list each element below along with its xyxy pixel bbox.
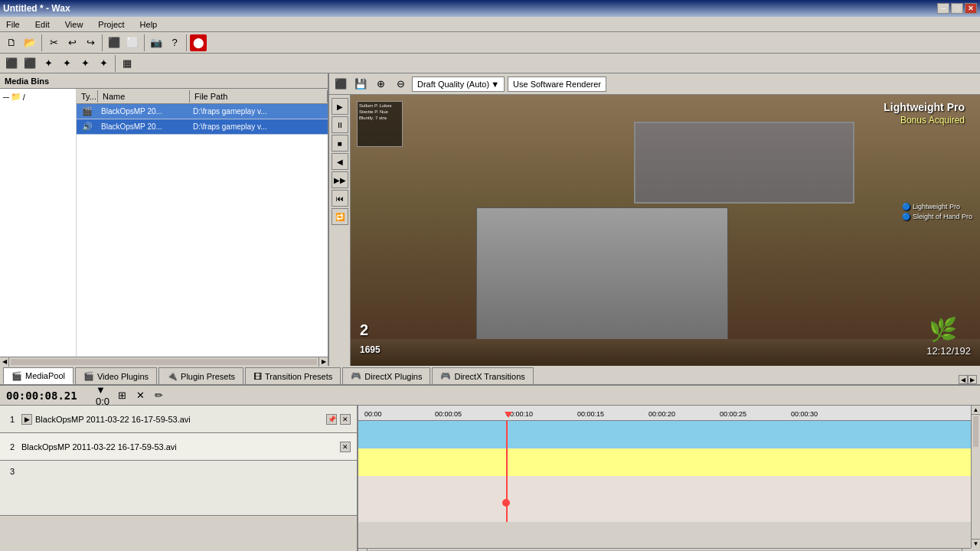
sep2 — [102, 34, 103, 51]
menu-help[interactable]: Help — [137, 18, 161, 31]
tb2-btn7[interactable]: ▦ — [119, 55, 136, 72]
fast-forward-btn[interactable]: ▶▶ — [332, 171, 348, 188]
tab-scroll-right[interactable]: ▶ — [968, 375, 977, 384]
timeline-scroll-right[interactable]: ▶ — [962, 549, 971, 552]
tl-zoom-in[interactable]: ⊞ — [113, 387, 130, 404]
open-button[interactable]: 📂 — [21, 34, 38, 51]
titlebar: Untitled * - Wax ─ □ ✕ — [0, 0, 980, 17]
rewind-btn[interactable]: ◀ — [332, 153, 348, 170]
sep1 — [41, 34, 42, 51]
export-button[interactable]: ⬜ — [124, 34, 141, 51]
track-2-close[interactable]: ✕ — [340, 442, 351, 452]
tab-video-plugins[interactable]: 🎬 Video Plugins — [75, 367, 157, 384]
tree-panel: ─ 📁 / — [0, 89, 77, 357]
cut-button[interactable]: ✂ — [45, 34, 62, 51]
tb2-btn1[interactable]: ⬛ — [3, 55, 20, 72]
preview-tb-btn1[interactable]: ⬛ — [332, 76, 349, 93]
track-1-pin[interactable]: 📌 — [326, 414, 337, 425]
tl-close[interactable]: ✕ — [132, 387, 149, 404]
menu-project[interactable]: Project — [95, 18, 127, 31]
scrollbar-track[interactable] — [11, 359, 317, 365]
minimap-info: Sullum P. LukesStectte P. NueBluntly. 7 … — [358, 102, 402, 122]
file-row-2[interactable]: 🔊 BlackOpsMP 20... D:\fraps gameplay v..… — [77, 119, 328, 135]
track-row-2: 2 BlackOpsMP 2011-03-22 16-17-59-53.avi … — [0, 433, 357, 461]
undo-button[interactable]: ↩ — [64, 34, 80, 51]
redo-button[interactable]: ↪ — [82, 34, 99, 51]
tree-root[interactable]: ─ 📁 / — [3, 92, 73, 102]
maximize-button[interactable]: □ — [951, 3, 963, 14]
record-button[interactable]: ⬤ — [190, 34, 207, 51]
tab-mediapool[interactable]: 🎬 MediaPool — [3, 367, 74, 384]
media-bins-header: Media Bins — [0, 73, 328, 89]
game-window — [634, 122, 854, 203]
timeline-area: 00:00:08.21 ▼ 0:0 ⊞ ✕ ✏ 1 ▶ BlackOpsMP 2… — [0, 386, 980, 551]
playhead-line — [506, 421, 508, 448]
loop-btn[interactable]: 🔁 — [332, 208, 348, 225]
quality-dropdown[interactable]: Draft Quality (Auto) ▼ — [412, 77, 505, 92]
tab-transpresets-label: Transition Presets — [265, 372, 332, 381]
tab-dxtrans-label: DirectX Transitions — [454, 372, 524, 381]
tb2-btn2[interactable]: ⬛ — [21, 55, 38, 72]
stop-btn[interactable]: ■ — [332, 135, 348, 152]
file-row-1[interactable]: 🎬 BlackOpsMP 20... D:\fraps gameplay v..… — [77, 104, 328, 119]
tl-dropdown-btn[interactable]: ▼ 0:0 — [95, 387, 112, 404]
time-20: 00:00:20 — [648, 409, 675, 418]
tb2-btn5[interactable]: ✦ — [77, 55, 93, 72]
time-25: 00:00:25 — [720, 409, 746, 418]
track-1-close[interactable]: ✕ — [340, 414, 351, 425]
tab-scroll-left[interactable]: ◀ — [959, 375, 968, 384]
menu-file[interactable]: File — [3, 18, 23, 31]
timeline-vscroll-track[interactable] — [973, 416, 978, 447]
pause-btn[interactable]: ⏸ — [332, 116, 348, 133]
timeline-scroll-down[interactable]: ▼ — [972, 539, 980, 548]
scroll-left-btn[interactable]: ◀ — [0, 357, 9, 367]
renderer-dropdown[interactable]: Use Software Renderer — [508, 77, 606, 92]
folder-icon: 📁 — [11, 92, 21, 102]
play-btn[interactable]: ▶ — [332, 98, 348, 115]
timeline-scroll-left[interactable]: ◀ — [358, 549, 368, 552]
capture-button[interactable]: 📷 — [148, 34, 165, 51]
track-row-1: 1 ▶ BlackOpsMP 2011-03-22 16-17-59-53.av… — [0, 406, 357, 433]
help-button[interactable]: ? — [166, 34, 183, 51]
preview-toolbar: ⬛ 💾 ⊕ ⊖ Draft Quality (Auto) ▼ Use Softw… — [329, 73, 980, 95]
game-floor — [351, 339, 980, 366]
preview-add-btn[interactable]: ⊕ — [372, 76, 389, 93]
tb2-btn4[interactable]: ✦ — [58, 55, 75, 72]
skip-start-btn[interactable]: ⏮ — [332, 190, 348, 207]
new-button[interactable]: 🗋 — [3, 34, 20, 51]
file-type-icon-2: 🔊 — [77, 122, 98, 132]
preview-tb-btn2[interactable]: 💾 — [352, 76, 369, 93]
track-1-expand[interactable]: ▶ — [21, 414, 32, 425]
file-type-icon-1: 🎬 — [77, 106, 98, 116]
tree-root-label[interactable]: / — [23, 93, 25, 102]
tb2-btn6[interactable]: ✦ — [95, 55, 112, 72]
tb2-btn3[interactable]: ✦ — [40, 55, 57, 72]
playhead-audio-line — [506, 448, 508, 476]
menu-view[interactable]: View — [62, 18, 87, 31]
close-button[interactable]: ✕ — [965, 3, 977, 14]
tab-plugin-presets[interactable]: 🔌 Plugin Presets — [158, 367, 243, 384]
main-content: Media Bins ─ 📁 / Ty... Name File Path 🎬 … — [0, 73, 980, 366]
main-toolbar: 🗋 📂 ✂ ↩ ↪ ⬛ ⬜ 📷 ? ⬤ — [0, 32, 980, 54]
preview-minus-btn[interactable]: ⊖ — [392, 76, 409, 93]
menu-edit[interactable]: Edit — [32, 18, 53, 31]
media-bins-content: ─ 📁 / Ty... Name File Path 🎬 BlackOpsMP … — [0, 89, 328, 357]
timeline-scroll-up[interactable]: ▲ — [972, 406, 980, 415]
file-path-1: D:\fraps gameplay v... — [190, 107, 328, 116]
scroll-right-btn[interactable]: ▶ — [318, 357, 328, 367]
minimize-button[interactable]: ─ — [937, 3, 949, 14]
tab-directx-transitions[interactable]: 🎮 DirectX Transitions — [432, 367, 533, 384]
game-sub: Bonus Acquired — [900, 115, 965, 126]
quality-label: Draft Quality (Auto) — [417, 80, 489, 89]
video-track — [358, 421, 980, 448]
tab-transition-presets[interactable]: 🎞 Transition Presets — [245, 367, 341, 384]
ruler-content: 00:00 00:00:05 00:00:10 00:00:15 00:00:2… — [358, 406, 980, 420]
tl-edit-btn[interactable]: ✏ — [150, 387, 167, 404]
track-name-1: BlackOpsMP 2011-03-22 16-17-59-53.avi — [35, 415, 323, 424]
col-path-header: File Path — [190, 90, 328, 103]
import-button[interactable]: ⬛ — [106, 34, 122, 51]
secondary-toolbar: ⬛ ⬛ ✦ ✦ ✦ ✦ ▦ — [0, 54, 980, 73]
tab-directx-plugins[interactable]: 🎮 DirectX Plugins — [342, 367, 430, 384]
track-num-3: 3 — [6, 467, 18, 476]
game-plant: 🌿 — [929, 316, 957, 343]
